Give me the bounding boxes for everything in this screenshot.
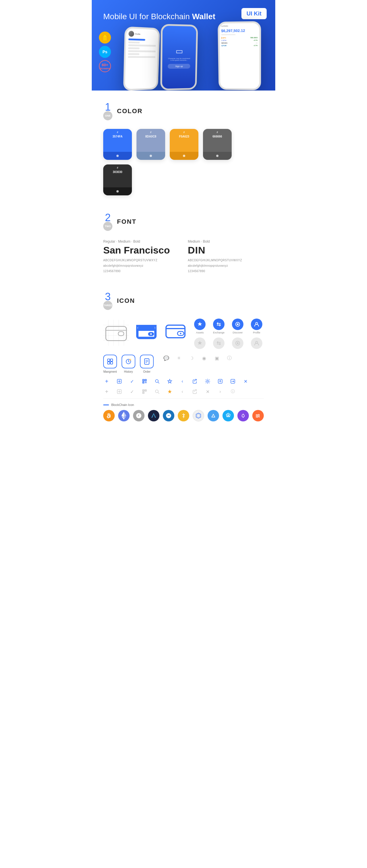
exchange-icon-circle-gray	[213, 337, 225, 349]
upload-icon	[217, 378, 224, 385]
aragon-icon	[223, 410, 234, 422]
phone-center: ▭ Character may be maximised in the grea…	[160, 24, 198, 91]
phone-left: Profile	[123, 26, 160, 91]
assets-label: Assets	[196, 331, 204, 334]
qr-icon-gray	[141, 388, 148, 395]
svg-rect-52	[145, 380, 146, 381]
ui-kit-badge: UI Kit	[242, 8, 266, 19]
svg-point-26	[180, 333, 181, 334]
font1-digits: 1234567890	[103, 269, 179, 274]
section1-title: COLOR	[117, 107, 142, 115]
icon-main-row: Assets Exchange	[103, 318, 264, 349]
discover-icon-circle-gray	[232, 337, 244, 349]
nav-icon-profile: Profile	[250, 318, 264, 334]
sxp-icon	[252, 410, 264, 422]
font1-upper: ABCDEFGHIJKLMNOPQRSTUVWXYZ	[103, 258, 179, 263]
history-icon	[121, 355, 135, 368]
icon-order: Order	[140, 355, 154, 373]
phone-screen-right: myWallet $6,297,502.12 ₿ BTC 788-2003 Ξ …	[219, 23, 259, 89]
font1-block: Regular · Medium · Bold San Francisco AB…	[103, 240, 179, 274]
profile-label: Profile	[253, 331, 260, 334]
svg-rect-53	[143, 382, 144, 383]
font1-name: San Francisco	[103, 245, 179, 256]
hero-section: Mobile UI for Blockchain Wallet UI Kit P…	[92, 0, 275, 91]
section1-num-big: 1	[105, 102, 111, 112]
font1-lower: abcdefghijklmnopqrstuvwxyz	[103, 264, 179, 268]
hero-title-bold: Wallet	[192, 12, 215, 21]
nav-icon-discover-gray	[230, 337, 245, 349]
nav-icons-filled-row: Assets Exchange	[193, 318, 264, 334]
forward-icon-gray: ›	[217, 388, 224, 395]
section2-header: 2 TWO FONT	[103, 213, 264, 231]
section2-number: 2 TWO	[103, 213, 112, 231]
dash-icon	[163, 410, 174, 422]
small-icons-group: 💬 ≡ ☽ ◉ ▣ ⓘ	[163, 355, 233, 365]
svg-point-77	[228, 414, 229, 416]
svg-line-58	[158, 382, 159, 383]
order-icon	[140, 355, 154, 368]
hero-title-text: Mobile UI for Blockchain	[103, 12, 192, 21]
section2-num-circle: TWO	[103, 222, 112, 231]
bitcoin-icon	[103, 410, 115, 422]
grid-coin-icon	[193, 410, 204, 422]
management-icon	[103, 355, 117, 368]
color-swatch-gray: # 666666	[203, 129, 232, 160]
edit-icon-gray	[116, 388, 123, 395]
qr-icon	[141, 378, 148, 385]
svg-point-28	[237, 323, 238, 325]
wallet-wireframe-icon	[103, 318, 129, 347]
svg-marker-75	[197, 414, 200, 417]
exchange-label: Exchange	[213, 331, 225, 334]
layers-icon: ≡	[175, 355, 182, 362]
nav-icons-gray-row	[193, 337, 264, 349]
nav-icon-assets: Assets	[193, 318, 207, 334]
font2-block: Medium · Bold DIN ABCDEFGHIJKLMNOPQRSTUV…	[188, 240, 264, 274]
phone-screen-left: Profile	[125, 28, 159, 89]
close-icon: ✕	[242, 378, 249, 385]
font2-name: DIN	[188, 245, 264, 256]
font-section: 2 TWO FONT Regular · Medium · Bold San F…	[103, 201, 264, 280]
plus-icon-gray: +	[103, 388, 110, 395]
profile-icon-circle	[251, 318, 262, 330]
icon-section: 3 THREE ICON	[103, 280, 264, 436]
share-icon	[192, 378, 198, 385]
phone-right: myWallet $6,297,502.12 ₿ BTC 788-2003 Ξ …	[218, 21, 261, 90]
nav-icon-assets-gray	[193, 337, 207, 349]
utility-icons-row2-gray: + ✓ ‹ ✕ › ⓘ	[103, 388, 264, 395]
svg-rect-35	[108, 362, 110, 364]
swap-icon	[229, 378, 236, 385]
svg-rect-15	[118, 332, 124, 336]
svg-rect-34	[110, 359, 113, 361]
phone-screen-center: ▭ Character may be maximised in the grea…	[162, 26, 196, 89]
message-icon: ▣	[213, 355, 220, 362]
font2-digits: 1234567890	[188, 269, 264, 274]
small-icons-row1: 💬 ≡ ☽ ◉ ▣ ⓘ	[163, 355, 233, 362]
hero-phones: Profile ▭ Character may be maximised in …	[103, 25, 264, 91]
svg-point-31	[237, 342, 238, 344]
svg-rect-68	[143, 390, 144, 391]
medium-icons-section: Mangment History	[103, 355, 264, 373]
history-label: History	[124, 370, 133, 373]
discover-icon-circle	[232, 318, 244, 330]
assets-icon-circle	[194, 318, 205, 330]
exchange-icon-circle	[213, 318, 225, 330]
discover-label: Discover	[232, 331, 243, 334]
svg-point-59	[207, 380, 208, 382]
color-swatch-orange: # F5A623	[170, 129, 198, 160]
hero-title: Mobile UI for Blockchain Wallet	[103, 11, 264, 22]
edit-icon	[116, 378, 123, 385]
svg-rect-69	[145, 390, 146, 391]
litecoin-icon	[133, 410, 144, 422]
profile-icon-circle-gray	[251, 337, 262, 349]
font-grid: Regular · Medium · Bold San Francisco AB…	[103, 240, 264, 274]
font2-lower: abcdefghijklmnopqrstuvwxyz	[188, 264, 264, 268]
share-icon-gray	[192, 388, 198, 395]
check-icon-gray: ✓	[129, 388, 135, 395]
search-icon-gray	[154, 388, 161, 395]
section2-title: FONT	[117, 218, 137, 225]
svg-rect-51	[143, 380, 144, 381]
wings-icon	[148, 410, 160, 422]
chat-icon: 💬	[163, 355, 170, 362]
info-icon-gray: ⓘ	[229, 388, 236, 395]
svg-rect-70	[143, 393, 144, 393]
